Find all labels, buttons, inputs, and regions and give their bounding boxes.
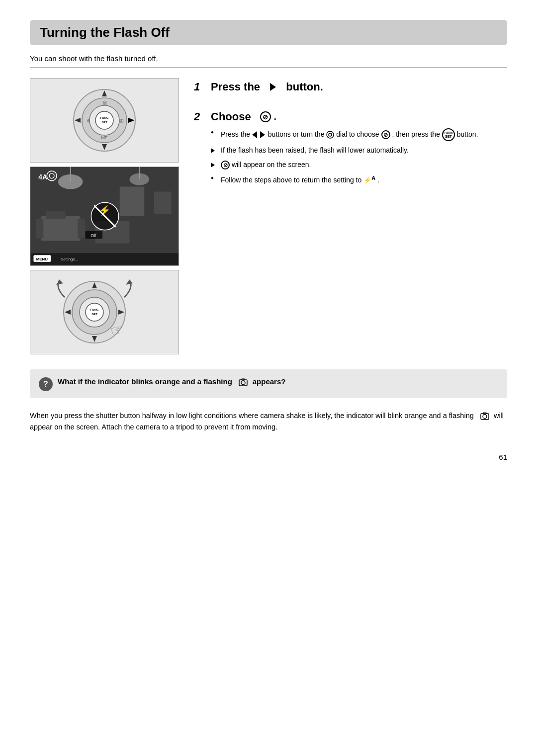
camera-dial-image: FUNC SET 宿 図 MF ⊕ xyxy=(30,78,179,163)
svg-rect-26 xyxy=(154,192,172,214)
svg-rect-20 xyxy=(41,216,80,241)
flash-off-circle-icon: ⊘ xyxy=(260,111,271,122)
svg-text:⚡: ⚡ xyxy=(99,204,111,216)
step-1-heading: Press the button. xyxy=(211,81,323,93)
flash-off-icon-3: ⊘ xyxy=(221,161,230,169)
info-box-text: What if the indicator blinks orange and … xyxy=(58,376,285,387)
svg-rect-24 xyxy=(46,211,66,219)
step-1-number: 1 xyxy=(194,81,205,93)
step-1-heading-suffix: button. xyxy=(286,81,323,93)
dial-icon xyxy=(326,131,334,139)
info-box: ? What if the indicator blinks orange an… xyxy=(30,369,507,398)
images-column: FUNC SET 宿 図 MF ⊕ xyxy=(30,78,184,354)
steps-column: 1 Press the button. 2 Choose ⊘ . xyxy=(194,78,507,354)
bullet-1: Press the buttons or turn the dial to ch… xyxy=(211,128,478,141)
restaurant-image: ⚡ Off 4A MENU Settings... xyxy=(30,167,179,266)
svg-text:Settings...: Settings... xyxy=(61,257,78,261)
svg-text:Off: Off xyxy=(90,233,96,238)
body-text: When you press the shutter button halfwa… xyxy=(30,410,507,433)
step-2-heading-text: Choose xyxy=(211,110,251,123)
bullet-4-text: Follow the steps above to return the set… xyxy=(221,176,361,184)
bullet-1-text: Press the xyxy=(221,130,252,138)
svg-point-53 xyxy=(327,131,334,138)
bullet-2: If the flash has been raised, the flash … xyxy=(211,145,478,156)
step-2-heading: Choose ⊘ . xyxy=(211,110,478,123)
divider xyxy=(30,68,507,68)
step-2-bullets: Press the buttons or turn the dial to ch… xyxy=(211,128,478,185)
svg-point-43 xyxy=(86,303,103,321)
bullet-3-text: will appear on the screen. xyxy=(232,161,311,168)
info-box-main-text: What if the indicator blinks orange and … xyxy=(58,377,232,386)
svg-point-60 xyxy=(483,415,487,419)
bullet-1-btn: button. xyxy=(457,130,478,138)
svg-text:SET: SET xyxy=(101,121,107,124)
bullet-1-mid: buttons or turn the xyxy=(268,130,327,138)
svg-text:MF: MF xyxy=(101,135,108,140)
title-bar: Turning the Flash Off xyxy=(30,20,507,45)
svg-text:MENU: MENU xyxy=(36,257,48,261)
svg-text:FUNC: FUNC xyxy=(100,116,109,119)
step-1-content: Press the button. xyxy=(211,81,323,98)
svg-rect-22 xyxy=(36,219,43,239)
svg-text:FUNC: FUNC xyxy=(90,308,99,311)
camera-dial-hand-image: FUNC SET ☞ xyxy=(30,270,179,354)
bullet-1-end: dial to choose xyxy=(336,130,381,138)
step-2-content: Choose ⊘ . Press the buttons or turn the xyxy=(211,110,478,189)
page-number: 61 xyxy=(30,453,507,461)
bullet-1-then: , then press the xyxy=(392,130,442,138)
main-grid: FUNC SET 宿 図 MF ⊕ xyxy=(30,78,507,354)
subtitle: You can shoot with the flash turned off. xyxy=(30,54,507,63)
bullet-4: Follow the steps above to return the set… xyxy=(211,174,478,185)
bullet-4-period: . xyxy=(377,176,379,184)
step-1-heading-text: Press the xyxy=(211,81,260,93)
svg-rect-23 xyxy=(78,219,86,239)
svg-text:SET: SET xyxy=(91,313,97,316)
info-box-text2: appears? xyxy=(253,377,286,386)
svg-point-54 xyxy=(329,133,332,136)
step-2-number: 2 xyxy=(194,110,205,123)
flash-auto-inline: ⚡A xyxy=(363,176,375,184)
func-set-icon: FUNCSET xyxy=(442,128,455,141)
svg-rect-25 xyxy=(120,187,145,216)
svg-text:図: 図 xyxy=(119,118,124,123)
bullet-3: ⊘ will appear on the screen. xyxy=(211,160,478,170)
svg-text:4A: 4A xyxy=(38,173,47,181)
svg-point-57 xyxy=(241,381,245,385)
camera-shake-icon xyxy=(238,377,248,387)
page-title: Turning the Flash Off xyxy=(40,25,497,40)
body-text-main: When you press the shutter button halfwa… xyxy=(30,412,474,420)
question-icon: ? xyxy=(39,377,53,391)
step-1: 1 Press the button. xyxy=(194,81,507,98)
svg-text:⊕: ⊕ xyxy=(87,118,90,123)
triangle-right-icon xyxy=(270,83,276,91)
svg-point-3 xyxy=(95,111,113,129)
restaurant-photo-inner: ⚡ Off 4A MENU Settings... xyxy=(30,167,179,265)
svg-rect-35 xyxy=(31,253,179,265)
svg-text:宿: 宿 xyxy=(102,100,107,105)
right-arrow-icon xyxy=(260,131,265,138)
left-arrow-icon xyxy=(252,131,257,138)
step-2: 2 Choose ⊘ . Press the buttons or turn t… xyxy=(194,110,507,189)
flash-icon-inline: ⊘ xyxy=(381,130,390,139)
camera-shake-icon-body xyxy=(480,411,490,421)
